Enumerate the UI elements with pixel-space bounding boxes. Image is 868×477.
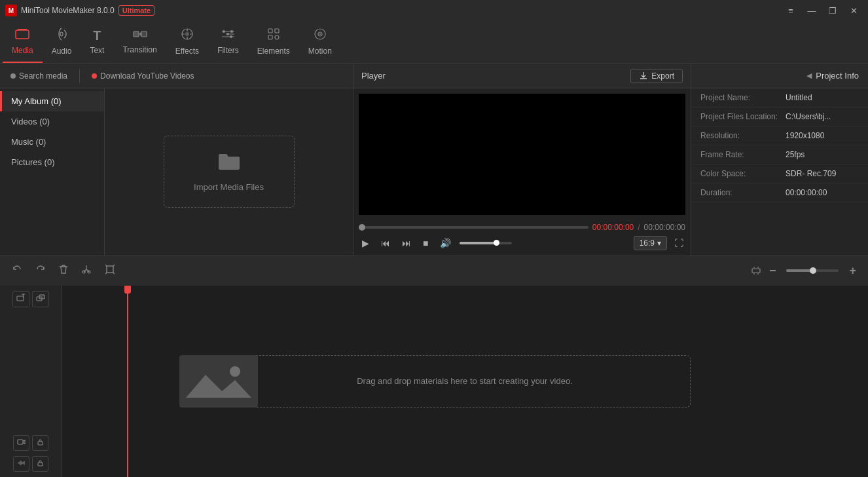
ultimate-badge: Ultimate — [118, 5, 154, 16]
zoom-track[interactable] — [786, 269, 839, 272]
lock-audio-track-btn[interactable] — [32, 456, 48, 472]
import-media-box[interactable]: Import Media Files — [164, 136, 295, 208]
svg-point-14 — [275, 35, 279, 39]
volume-track[interactable] — [460, 242, 512, 244]
add-overlay-track-btn[interactable] — [32, 291, 49, 307]
effects-icon — [181, 28, 194, 44]
overlay-track-icon — [36, 294, 45, 303]
svg-rect-27 — [38, 463, 43, 466]
window-minimize-btn[interactable]: — — [803, 4, 821, 17]
chevron-down-icon: ▾ — [657, 238, 661, 248]
delete-button[interactable] — [54, 261, 73, 280]
sidebar-myalbum-label: My Album (0) — [11, 96, 62, 106]
window-maximize-btn[interactable]: ❐ — [823, 4, 842, 17]
project-info-panel: ◀ Project Info Project Name: Untitled Pr… — [691, 64, 868, 256]
prev-frame-button[interactable]: ⏮ — [378, 236, 393, 250]
toolbar-item-elements[interactable]: Elements — [248, 21, 299, 63]
svg-point-6 — [185, 32, 189, 36]
player-timeline[interactable]: 00:00:00:00 / 00:00:00:00 — [353, 220, 691, 232]
audio-track-settings-btn[interactable] — [13, 456, 29, 472]
toolbar-filters-label: Filters — [217, 46, 239, 55]
play-button[interactable]: ▶ — [359, 236, 372, 250]
toolbar-item-filters[interactable]: Filters — [208, 21, 248, 63]
media-tab-sep — [79, 69, 80, 83]
svg-rect-4 — [141, 31, 147, 37]
zoom-out-button[interactable]: − — [764, 261, 782, 280]
media-icon — [15, 28, 29, 43]
add-media-track-btn[interactable] — [12, 291, 29, 307]
youtube-dot — [92, 73, 97, 79]
sidebar-item-pictures[interactable]: Pictures (0) — [0, 152, 104, 172]
project-name-value: Untitled — [786, 93, 812, 102]
stop-button[interactable]: ■ — [420, 236, 431, 250]
expand-arrow-icon[interactable]: ◀ — [806, 71, 812, 80]
sidebar-pictures-label: Pictures (0) — [11, 157, 54, 167]
timeline-track[interactable] — [359, 226, 588, 229]
volume-fill — [460, 242, 496, 244]
crop-button[interactable] — [99, 261, 120, 280]
color-space-label: Color Space: — [700, 169, 786, 178]
sidebar-item-music[interactable]: Music (0) — [0, 132, 104, 152]
fit-icon — [751, 265, 761, 276]
elements-icon — [267, 28, 280, 44]
svg-rect-13 — [268, 35, 272, 39]
sidebar-item-videos[interactable]: Videos (0) — [0, 111, 104, 132]
duration-row: Duration: 00:00:00:00 — [691, 183, 868, 202]
toolbar-item-media[interactable]: Media — [3, 21, 43, 63]
import-media-label: Import Media Files — [194, 182, 264, 192]
sidebar-music-label: Music (0) — [11, 137, 46, 147]
app-icon: M — [5, 5, 17, 16]
resolution-row: Resolution: 1920x1080 — [691, 126, 868, 145]
time-current: 00:00:00:00 — [592, 223, 634, 232]
toolbar-item-transition[interactable]: Transition — [113, 21, 166, 63]
color-space-row: Color Space: SDR- Rec.709 — [691, 164, 868, 183]
redo-button[interactable] — [30, 261, 51, 280]
zoom-controls: − + — [751, 261, 861, 280]
project-files-row: Project Files Location: C:\Users\bj... — [691, 107, 868, 126]
video-track-settings-btn[interactable] — [13, 435, 29, 451]
window-close-btn[interactable]: ✕ — [844, 4, 863, 17]
undo-button[interactable] — [7, 261, 27, 280]
export-label: Export — [651, 71, 674, 81]
video-preview — [359, 94, 685, 215]
fullscreen-button[interactable]: ⛶ — [672, 236, 685, 250]
toolbar-item-effects[interactable]: Effects — [166, 21, 208, 63]
resolution-label: Resolution: — [700, 131, 786, 140]
duration-label: Duration: — [700, 188, 786, 197]
time-total: 00:00:00:00 — [644, 223, 685, 232]
timeline-side — [0, 286, 62, 478]
timeline-thumb — [359, 224, 365, 231]
lock-video-track-btn[interactable] — [32, 435, 48, 451]
timeline-video-row — [13, 435, 48, 451]
aspect-ratio-button[interactable]: 16:9 ▾ — [634, 236, 667, 250]
volume-button[interactable]: 🔊 — [437, 236, 454, 250]
sidebar-item-myalbum[interactable]: My Album (0) — [0, 91, 104, 111]
cut-button[interactable] — [76, 261, 97, 280]
next-frame-button[interactable]: ⏭ — [399, 236, 414, 250]
toolbar-item-audio[interactable]: Audio — [43, 21, 81, 63]
export-button[interactable]: Export — [630, 69, 683, 83]
audio-icon — [56, 28, 67, 44]
zoom-fill — [786, 269, 812, 272]
project-info-header: ◀ Project Info — [691, 64, 868, 88]
sidebar: My Album (0) Videos (0) Music (0) Pictur… — [0, 88, 105, 256]
youtube-tab[interactable]: Download YouTube Videos — [85, 69, 200, 83]
frame-rate-label: Frame Rate: — [700, 150, 786, 159]
toolbar-effects-label: Effects — [175, 47, 199, 56]
timeline-media-icon — [179, 355, 258, 408]
timeline-drop-zone[interactable]: Drag and drop materials here to start cr… — [239, 355, 691, 408]
time-sep: / — [638, 223, 640, 232]
toolbar-motion-label: Motion — [308, 47, 332, 56]
youtube-label: Download YouTube Videos — [100, 71, 194, 81]
zoom-in-button[interactable]: + — [844, 261, 861, 280]
toolbar-item-motion[interactable]: Motion — [299, 21, 341, 63]
export-icon — [639, 71, 648, 81]
svg-point-29 — [230, 366, 240, 377]
search-media-tab[interactable]: Search media — [4, 69, 74, 83]
window-menu-btn[interactable]: ≡ — [782, 4, 800, 17]
svg-point-7 — [223, 30, 225, 33]
svg-point-2 — [60, 32, 63, 36]
toolbar-item-text[interactable]: T Text — [81, 21, 113, 63]
undo-icon — [12, 264, 22, 275]
timeline-area: Drag and drop materials here to start cr… — [0, 286, 868, 478]
